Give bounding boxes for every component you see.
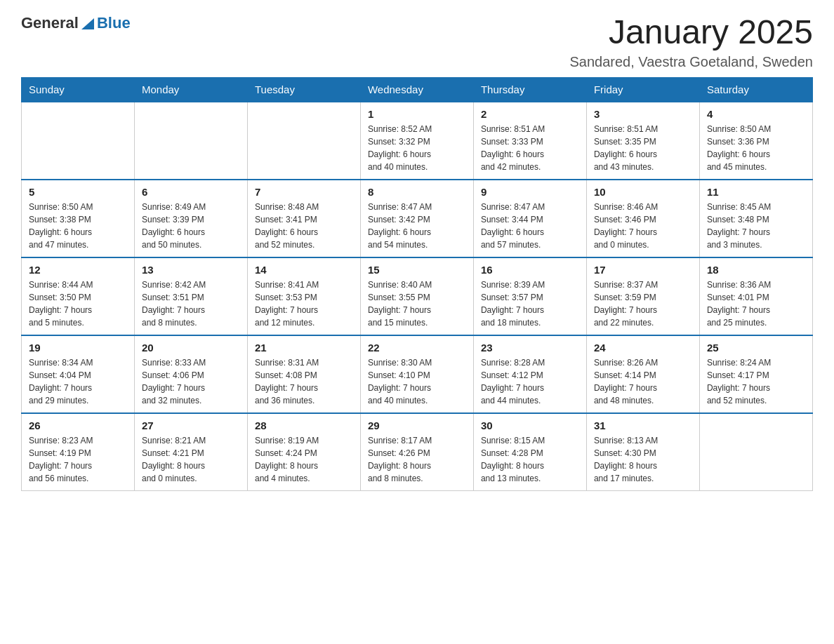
day-number: 9 bbox=[481, 186, 579, 198]
day-number: 10 bbox=[594, 186, 692, 198]
day-info: Sunrise: 8:34 AMSunset: 4:04 PMDaylight:… bbox=[29, 356, 127, 407]
logo: General Blue bbox=[21, 14, 131, 32]
day-info: Sunrise: 8:45 AMSunset: 3:48 PMDaylight:… bbox=[707, 201, 805, 251]
day-number: 17 bbox=[594, 264, 692, 276]
weekday-header-monday: Monday bbox=[134, 77, 247, 102]
calendar-week-row: 26Sunrise: 8:23 AMSunset: 4:19 PMDayligh… bbox=[22, 413, 813, 491]
calendar-day-cell: 30Sunrise: 8:15 AMSunset: 4:28 PMDayligh… bbox=[473, 413, 586, 491]
day-number: 26 bbox=[29, 420, 127, 431]
day-number: 21 bbox=[255, 342, 353, 354]
day-info: Sunrise: 8:33 AMSunset: 4:06 PMDaylight:… bbox=[142, 356, 240, 407]
day-info: Sunrise: 8:49 AMSunset: 3:39 PMDaylight:… bbox=[142, 201, 240, 251]
calendar-day-cell: 31Sunrise: 8:13 AMSunset: 4:30 PMDayligh… bbox=[586, 413, 699, 491]
calendar-day-cell: 26Sunrise: 8:23 AMSunset: 4:19 PMDayligh… bbox=[22, 413, 135, 491]
day-number: 3 bbox=[594, 108, 692, 120]
logo-triangle-icon bbox=[81, 18, 94, 29]
weekday-header-wednesday: Wednesday bbox=[360, 77, 473, 102]
calendar-day-cell: 18Sunrise: 8:36 AMSunset: 4:01 PMDayligh… bbox=[699, 257, 812, 335]
day-number: 7 bbox=[255, 186, 353, 198]
day-info: Sunrise: 8:50 AMSunset: 3:36 PMDaylight:… bbox=[707, 123, 805, 173]
day-number: 27 bbox=[142, 420, 240, 431]
calendar-day-cell: 20Sunrise: 8:33 AMSunset: 4:06 PMDayligh… bbox=[134, 335, 247, 413]
calendar-day-cell: 1Sunrise: 8:52 AMSunset: 3:32 PMDaylight… bbox=[360, 102, 473, 180]
calendar-day-cell: 24Sunrise: 8:26 AMSunset: 4:14 PMDayligh… bbox=[586, 335, 699, 413]
day-number: 2 bbox=[481, 108, 579, 120]
calendar-day-cell: 27Sunrise: 8:21 AMSunset: 4:21 PMDayligh… bbox=[134, 413, 247, 491]
day-info: Sunrise: 8:28 AMSunset: 4:12 PMDaylight:… bbox=[481, 356, 579, 407]
day-number: 6 bbox=[142, 186, 240, 198]
calendar-table: SundayMondayTuesdayWednesdayThursdayFrid… bbox=[21, 77, 813, 491]
day-number: 18 bbox=[707, 264, 805, 276]
calendar-day-cell: 23Sunrise: 8:28 AMSunset: 4:12 PMDayligh… bbox=[473, 335, 586, 413]
day-number: 23 bbox=[481, 342, 579, 354]
day-info: Sunrise: 8:47 AMSunset: 3:42 PMDaylight:… bbox=[368, 201, 466, 251]
day-info: Sunrise: 8:17 AMSunset: 4:26 PMDaylight:… bbox=[368, 434, 466, 485]
calendar-week-row: 19Sunrise: 8:34 AMSunset: 4:04 PMDayligh… bbox=[22, 335, 813, 413]
calendar-day-cell: 2Sunrise: 8:51 AMSunset: 3:33 PMDaylight… bbox=[473, 102, 586, 180]
day-info: Sunrise: 8:23 AMSunset: 4:19 PMDaylight:… bbox=[29, 434, 127, 485]
day-number: 4 bbox=[707, 108, 805, 120]
calendar-day-cell: 21Sunrise: 8:31 AMSunset: 4:08 PMDayligh… bbox=[247, 335, 360, 413]
calendar-day-cell: 14Sunrise: 8:41 AMSunset: 3:53 PMDayligh… bbox=[247, 257, 360, 335]
day-number: 12 bbox=[29, 264, 127, 276]
calendar-day-cell: 29Sunrise: 8:17 AMSunset: 4:26 PMDayligh… bbox=[360, 413, 473, 491]
day-number: 15 bbox=[368, 264, 466, 276]
day-number: 16 bbox=[481, 264, 579, 276]
calendar-title: January 2025 bbox=[569, 14, 813, 51]
day-info: Sunrise: 8:50 AMSunset: 3:38 PMDaylight:… bbox=[29, 201, 127, 251]
weekday-header-friday: Friday bbox=[586, 77, 699, 102]
svg-marker-0 bbox=[81, 18, 94, 29]
calendar-day-cell: 8Sunrise: 8:47 AMSunset: 3:42 PMDaylight… bbox=[360, 180, 473, 257]
day-info: Sunrise: 8:21 AMSunset: 4:21 PMDaylight:… bbox=[142, 434, 240, 485]
day-number: 8 bbox=[368, 186, 466, 198]
day-info: Sunrise: 8:48 AMSunset: 3:41 PMDaylight:… bbox=[255, 201, 353, 251]
day-number: 13 bbox=[142, 264, 240, 276]
calendar-day-cell: 13Sunrise: 8:42 AMSunset: 3:51 PMDayligh… bbox=[134, 257, 247, 335]
calendar-day-cell: 11Sunrise: 8:45 AMSunset: 3:48 PMDayligh… bbox=[699, 180, 812, 257]
day-number: 5 bbox=[29, 186, 127, 198]
day-info: Sunrise: 8:36 AMSunset: 4:01 PMDaylight:… bbox=[707, 279, 805, 329]
calendar-day-cell: 22Sunrise: 8:30 AMSunset: 4:10 PMDayligh… bbox=[360, 335, 473, 413]
calendar-day-cell: 28Sunrise: 8:19 AMSunset: 4:24 PMDayligh… bbox=[247, 413, 360, 491]
day-number: 29 bbox=[368, 420, 466, 431]
empty-cell bbox=[22, 102, 135, 180]
day-number: 19 bbox=[29, 342, 127, 354]
weekday-header-saturday: Saturday bbox=[699, 77, 812, 102]
calendar-day-cell: 10Sunrise: 8:46 AMSunset: 3:46 PMDayligh… bbox=[586, 180, 699, 257]
day-number: 22 bbox=[368, 342, 466, 354]
day-info: Sunrise: 8:31 AMSunset: 4:08 PMDaylight:… bbox=[255, 356, 353, 407]
title-section: January 2025 Sandared, Vaestra Goetaland… bbox=[569, 14, 813, 70]
day-info: Sunrise: 8:24 AMSunset: 4:17 PMDaylight:… bbox=[707, 356, 805, 407]
empty-cell bbox=[247, 102, 360, 180]
day-info: Sunrise: 8:42 AMSunset: 3:51 PMDaylight:… bbox=[142, 279, 240, 329]
logo-blue: Blue bbox=[97, 14, 131, 32]
calendar-day-cell: 25Sunrise: 8:24 AMSunset: 4:17 PMDayligh… bbox=[699, 335, 812, 413]
day-info: Sunrise: 8:44 AMSunset: 3:50 PMDaylight:… bbox=[29, 279, 127, 329]
day-number: 1 bbox=[368, 108, 466, 120]
calendar-day-cell: 5Sunrise: 8:50 AMSunset: 3:38 PMDaylight… bbox=[22, 180, 135, 257]
day-info: Sunrise: 8:40 AMSunset: 3:55 PMDaylight:… bbox=[368, 279, 466, 329]
day-number: 11 bbox=[707, 186, 805, 198]
weekday-header-tuesday: Tuesday bbox=[247, 77, 360, 102]
day-info: Sunrise: 8:41 AMSunset: 3:53 PMDaylight:… bbox=[255, 279, 353, 329]
calendar-day-cell: 9Sunrise: 8:47 AMSunset: 3:44 PMDaylight… bbox=[473, 180, 586, 257]
calendar-week-row: 1Sunrise: 8:52 AMSunset: 3:32 PMDaylight… bbox=[22, 102, 813, 180]
weekday-header-sunday: Sunday bbox=[22, 77, 135, 102]
day-number: 20 bbox=[142, 342, 240, 354]
empty-cell bbox=[699, 413, 812, 491]
day-info: Sunrise: 8:19 AMSunset: 4:24 PMDaylight:… bbox=[255, 434, 353, 485]
day-info: Sunrise: 8:13 AMSunset: 4:30 PMDaylight:… bbox=[594, 434, 692, 485]
day-number: 31 bbox=[594, 420, 692, 431]
calendar-subtitle: Sandared, Vaestra Goetaland, Sweden bbox=[569, 54, 813, 70]
calendar-day-cell: 3Sunrise: 8:51 AMSunset: 3:35 PMDaylight… bbox=[586, 102, 699, 180]
calendar-day-cell: 15Sunrise: 8:40 AMSunset: 3:55 PMDayligh… bbox=[360, 257, 473, 335]
weekday-header-thursday: Thursday bbox=[473, 77, 586, 102]
calendar-day-cell: 12Sunrise: 8:44 AMSunset: 3:50 PMDayligh… bbox=[22, 257, 135, 335]
day-info: Sunrise: 8:39 AMSunset: 3:57 PMDaylight:… bbox=[481, 279, 579, 329]
day-number: 30 bbox=[481, 420, 579, 431]
day-info: Sunrise: 8:15 AMSunset: 4:28 PMDaylight:… bbox=[481, 434, 579, 485]
day-number: 28 bbox=[255, 420, 353, 431]
day-number: 14 bbox=[255, 264, 353, 276]
calendar-day-cell: 17Sunrise: 8:37 AMSunset: 3:59 PMDayligh… bbox=[586, 257, 699, 335]
calendar-day-cell: 6Sunrise: 8:49 AMSunset: 3:39 PMDaylight… bbox=[134, 180, 247, 257]
